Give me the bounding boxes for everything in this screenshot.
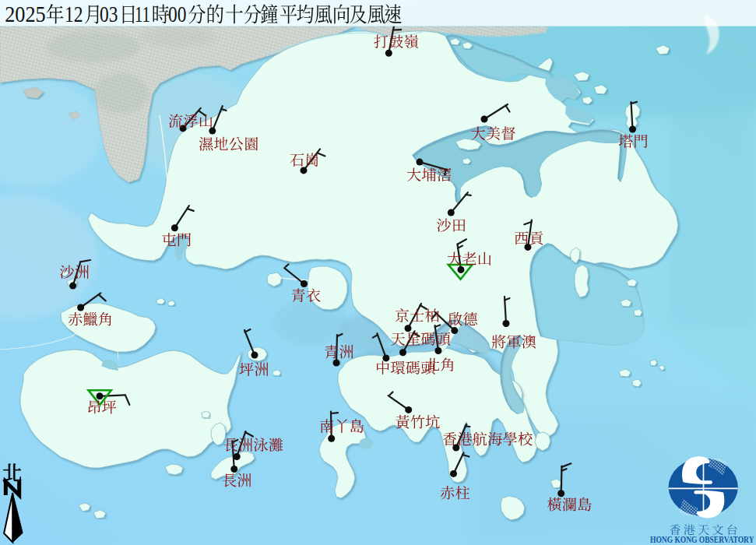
svg-text:HONG KONG OBSERVATORY: HONG KONG OBSERVATORY [650,534,754,545]
svg-text:00: 00 [168,2,186,26]
svg-text:2025: 2025 [5,2,46,26]
svg-text:12: 12 [65,2,83,26]
svg-text:11: 11 [135,2,150,26]
svg-text:03: 03 [100,2,118,26]
